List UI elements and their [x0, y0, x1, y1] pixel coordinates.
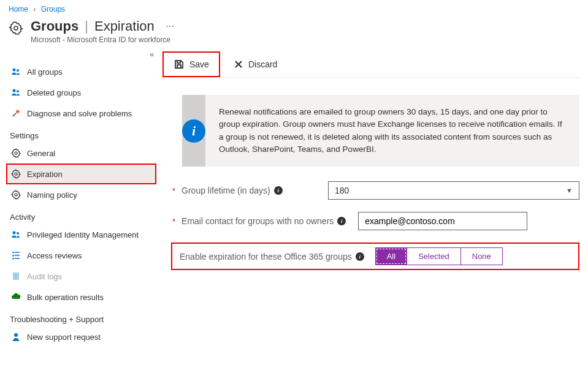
- sidebar-item-label: Naming policy: [27, 190, 77, 200]
- segment-all[interactable]: All: [375, 247, 407, 265]
- svg-point-7: [15, 194, 17, 196]
- sidebar: « All groups Deleted groups Diagnose and…: [0, 50, 162, 353]
- sidebar-item-expiration[interactable]: Expiration: [6, 164, 156, 184]
- svg-point-1: [13, 69, 16, 72]
- form-row-lifetime: * Group lifetime (in days) i 180 ▼: [172, 181, 579, 200]
- sidebar-item-label: Audit logs: [27, 272, 62, 281]
- breadcrumb-groups[interactable]: Groups: [41, 5, 65, 13]
- people-icon: [11, 88, 21, 97]
- svg-point-9: [17, 232, 19, 235]
- sidebar-item-label: Expiration: [27, 170, 63, 179]
- sidebar-item-new-support-request[interactable]: New support request: [6, 326, 156, 347]
- page-header: Groups | Expiration ⋯ Microsoft - Micros…: [0, 17, 588, 50]
- sidebar-item-label: Deleted groups: [27, 88, 81, 97]
- gear-icon: [9, 21, 23, 36]
- sidebar-item-label: Privileged Identity Management: [27, 230, 139, 239]
- sidebar-item-label: Bulk operation results: [27, 293, 104, 302]
- people-icon: [11, 230, 21, 239]
- info-tooltip-icon[interactable]: i: [337, 217, 346, 225]
- people-icon: [11, 67, 21, 77]
- cloud-icon: [11, 292, 21, 302]
- enable-label: Enable expiration for these Office 365 g…: [180, 252, 364, 262]
- person-support-icon: [11, 332, 21, 342]
- sidebar-item-all-groups[interactable]: All groups: [6, 61, 156, 82]
- discard-button[interactable]: Discard: [223, 52, 288, 77]
- sidebar-item-label: Diagnose and solve problems: [27, 109, 132, 118]
- sidebar-section-support: Troubleshooting + Support: [6, 307, 156, 326]
- save-button[interactable]: Save: [162, 51, 220, 77]
- svg-point-11: [14, 333, 18, 337]
- segment-selected[interactable]: Selected: [407, 247, 461, 265]
- sidebar-item-pim[interactable]: Privileged Identity Management: [6, 224, 156, 245]
- lifetime-select-value: 180: [335, 186, 349, 195]
- sidebar-section-settings: Settings: [6, 124, 156, 143]
- svg-rect-10: [13, 273, 19, 280]
- command-bar: Save Discard: [162, 50, 579, 78]
- sidebar-item-label: All groups: [27, 67, 63, 77]
- svg-point-5: [15, 152, 17, 154]
- segment-group-expiration: All Selected None: [375, 247, 503, 265]
- form-row-enable-expiration: Enable expiration for these Office 365 g…: [171, 243, 579, 270]
- form-row-email: * Email contact for groups with no owner…: [172, 212, 579, 230]
- more-options-button[interactable]: ⋯: [163, 21, 177, 31]
- checklist-icon: [11, 250, 21, 260]
- discard-button-label: Discard: [248, 59, 277, 69]
- save-button-label: Save: [189, 59, 209, 69]
- svg-point-4: [17, 90, 19, 92]
- email-label: Email contact for groups with no owners …: [181, 216, 346, 226]
- email-input[interactable]: [358, 212, 527, 230]
- info-icon: i: [182, 119, 205, 143]
- segment-none[interactable]: None: [460, 247, 503, 265]
- svg-point-2: [17, 69, 19, 72]
- info-banner-text: Renewal notifications are emailed to gro…: [205, 95, 579, 167]
- sidebar-item-label: General: [27, 149, 55, 158]
- breadcrumb-home[interactable]: Home: [9, 5, 28, 13]
- gear-icon: [11, 190, 21, 200]
- sidebar-item-label: New support request: [27, 333, 101, 342]
- sidebar-item-access-reviews[interactable]: Access reviews: [6, 245, 156, 266]
- lifetime-select[interactable]: 180 ▼: [328, 181, 579, 200]
- svg-point-8: [13, 231, 16, 235]
- svg-point-0: [14, 26, 18, 30]
- gear-icon: [11, 148, 21, 158]
- required-indicator: *: [172, 217, 175, 226]
- gear-icon: [11, 169, 21, 179]
- save-icon: [174, 59, 185, 70]
- lifetime-label: Group lifetime (in days) i: [181, 186, 283, 195]
- svg-point-6: [15, 173, 17, 175]
- chevron-right-icon: ›: [33, 5, 36, 13]
- breadcrumb: Home › Groups: [0, 0, 588, 17]
- svg-point-3: [13, 89, 16, 92]
- sidebar-item-bulk-ops[interactable]: Bulk operation results: [6, 287, 156, 307]
- sidebar-item-label: Access reviews: [27, 251, 82, 260]
- chevron-down-icon: ▼: [566, 187, 573, 194]
- info-icon-column: i: [182, 95, 205, 167]
- collapse-sidebar-button[interactable]: «: [150, 50, 154, 59]
- info-banner: i Renewal notifications are emailed to g…: [182, 95, 579, 167]
- sidebar-item-deleted-groups[interactable]: Deleted groups: [6, 82, 156, 103]
- wrench-icon: [11, 108, 21, 118]
- page-subtitle: Microsoft - Microsoft Entra ID for workf…: [31, 36, 177, 44]
- required-indicator: *: [172, 186, 175, 195]
- log-icon: [11, 271, 21, 281]
- sidebar-item-general[interactable]: General: [6, 143, 156, 164]
- sidebar-item-audit-logs[interactable]: Audit logs: [6, 266, 156, 287]
- sidebar-item-naming-policy[interactable]: Naming policy: [6, 184, 156, 205]
- close-icon: [234, 59, 243, 69]
- sidebar-item-diagnose[interactable]: Diagnose and solve problems: [6, 103, 156, 124]
- sidebar-section-activity: Activity: [6, 205, 156, 224]
- page-title: Groups | Expiration ⋯: [31, 18, 177, 34]
- info-tooltip-icon[interactable]: i: [274, 186, 283, 195]
- info-tooltip-icon[interactable]: i: [356, 252, 364, 261]
- main-content: Save Discard i Renewal notifications are…: [162, 50, 588, 353]
